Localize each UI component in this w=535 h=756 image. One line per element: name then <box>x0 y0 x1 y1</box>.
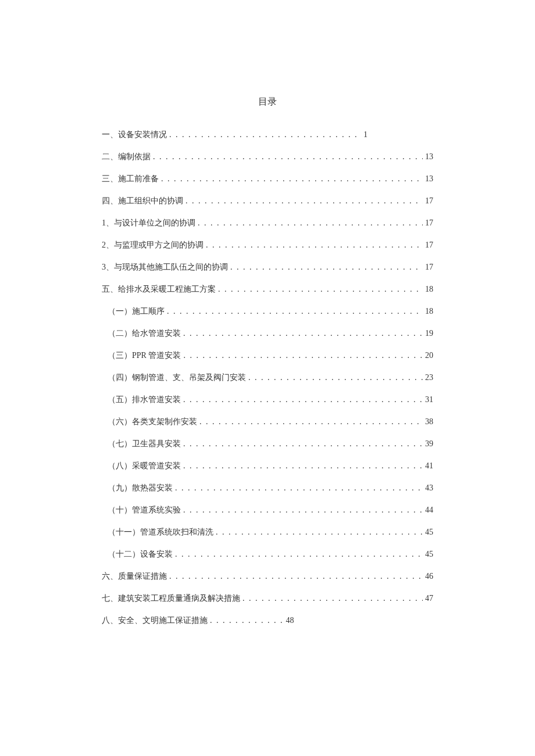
toc-entry: （七）卫生器具安装39 <box>102 433 433 454</box>
toc-entry-page: 41 <box>425 456 433 476</box>
toc-entry-page: 18 <box>425 301 433 321</box>
toc-entry: （十一）管道系统吹扫和清洗45 <box>102 522 433 542</box>
toc-entry-label: （八）采暖管道安装 <box>108 456 181 476</box>
toc-leader-dots <box>183 389 423 410</box>
toc-entry-page: 1 <box>363 124 368 145</box>
toc-leader-dots <box>169 566 423 586</box>
toc-entry-page: 48 <box>286 610 294 630</box>
toc-entry: 七、建筑安装工程质量通病及解决措施47 <box>102 588 433 608</box>
toc-leader-dots <box>161 169 423 189</box>
toc-entry-label: 六、质量保证措施 <box>102 566 167 586</box>
toc-entry-page: 47 <box>425 588 433 608</box>
toc-entry: （二）给水管道安装19 <box>102 323 433 343</box>
table-of-contents: 一、设备安装情况1二、编制依据13三、施工前准备13四、施工组织中的协调171、… <box>102 124 433 630</box>
toc-title: 目录 <box>102 96 433 108</box>
toc-entry: （三）PPR 管道安装 20 <box>102 345 433 366</box>
toc-entry-label: 一、设备安装情况 <box>102 124 167 145</box>
toc-leader-dots <box>183 345 423 366</box>
toc-entry-page: 17 <box>425 191 433 211</box>
toc-entry-page: 18 <box>425 279 433 299</box>
toc-entry-label: 三、施工前准备 <box>102 169 159 189</box>
toc-entry: （四）钢制管道、支、吊架及阀门安装23 <box>102 367 433 388</box>
toc-entry: 六、质量保证措施46 <box>102 566 433 586</box>
toc-entry-page: 31 <box>425 389 433 410</box>
toc-entry-label: （十一）管道系统吹扫和清洗 <box>108 522 213 542</box>
toc-leader-dots <box>183 323 423 343</box>
toc-leader-dots: . . . . . . . . . . . . <box>210 610 284 630</box>
toc-entry-page: 13 <box>425 169 433 189</box>
toc-entry: （一）施工顺序18 <box>102 301 433 321</box>
toc-leader-dots <box>167 301 423 321</box>
toc-entry: 1、与设计单位之间的协调17 <box>102 213 433 233</box>
toc-entry-label: （十）管道系统实验 <box>108 500 181 520</box>
toc-leader-dots <box>216 522 423 542</box>
toc-entry: 二、编制依据13 <box>102 146 433 167</box>
toc-entry-page: 38 <box>425 411 433 432</box>
toc-entry-label: 1、与设计单位之间的协调 <box>102 213 195 233</box>
toc-entry-page: 46 <box>425 566 433 586</box>
toc-leader-dots <box>199 411 423 432</box>
toc-leader-dots <box>169 124 361 145</box>
toc-entry-label: 2、与监理或甲方之间的协调 <box>102 235 204 255</box>
toc-entry: （十）管道系统实验44 <box>102 500 433 520</box>
toc-entry-label: 四、施工组织中的协调 <box>102 191 183 211</box>
toc-entry-label: 八、安全、文明施工保证措施 <box>102 610 208 630</box>
toc-leader-dots <box>183 500 423 520</box>
toc-leader-dots <box>206 235 423 255</box>
toc-entry: 五、给排水及采暖工程施工方案18 <box>102 279 433 299</box>
toc-entry-label: （十二）设备安装 <box>108 544 173 564</box>
toc-entry-page: 39 <box>425 433 433 454</box>
toc-leader-dots <box>186 191 423 211</box>
toc-leader-dots <box>218 279 423 299</box>
toc-leader-dots <box>248 367 423 388</box>
toc-leader-dots <box>175 544 423 564</box>
toc-entry-page: 17 <box>425 213 433 233</box>
toc-leader-dots <box>153 146 423 167</box>
toc-entry-label: 七、建筑安装工程质量通病及解决措施 <box>102 588 240 608</box>
toc-entry-page: 20 <box>425 345 433 366</box>
toc-entry-page: 45 <box>425 544 433 564</box>
toc-leader-dots <box>242 588 423 608</box>
toc-entry: 三、施工前准备13 <box>102 169 433 189</box>
toc-entry: （六）各类支架制作安装38 <box>102 411 433 432</box>
toc-entry-label: （四）钢制管道、支、吊架及阀门安装 <box>108 367 246 388</box>
toc-entry: 2、与监理或甲方之间的协调17 <box>102 235 433 255</box>
toc-entry-page: 45 <box>425 522 433 542</box>
toc-entry-page: 44 <box>425 500 433 520</box>
toc-leader-dots <box>230 257 423 277</box>
toc-entry-label: 二、编制依据 <box>102 146 151 167</box>
toc-leader-dots <box>198 213 423 233</box>
toc-entry-label: （五）排水管道安装 <box>108 389 181 410</box>
toc-entry: 八、安全、文明施工保证措施. . . . . . . . . . . .48 <box>102 610 433 630</box>
toc-entry: 3、与现场其他施工队伍之间的协调17 <box>102 257 433 277</box>
toc-entry-page: 19 <box>425 323 433 343</box>
toc-entry-page: 13 <box>425 146 433 167</box>
toc-entry: 一、设备安装情况1 <box>102 124 433 145</box>
toc-entry-label: 五、给排水及采暖工程施工方案 <box>102 279 216 299</box>
toc-leader-dots <box>183 433 423 454</box>
toc-entry-label: （九）散热器安装 <box>108 478 173 498</box>
toc-entry-label: （七）卫生器具安装 <box>108 433 181 454</box>
toc-entry-label: 3、与现场其他施工队伍之间的协调 <box>102 257 228 277</box>
toc-entry-page: 43 <box>425 478 433 498</box>
toc-entry-page: 17 <box>425 257 433 277</box>
toc-entry: （十二）设备安装45 <box>102 544 433 564</box>
toc-entry-label: （二）给水管道安装 <box>108 323 181 343</box>
toc-entry: 四、施工组织中的协调17 <box>102 191 433 211</box>
toc-entry: （八）采暖管道安装41 <box>102 456 433 476</box>
toc-entry-label: （三）PPR 管道安装 <box>108 345 181 366</box>
toc-entry: （五）排水管道安装31 <box>102 389 433 410</box>
toc-entry-page: 23 <box>425 367 433 388</box>
toc-leader-dots <box>183 456 423 476</box>
toc-entry: （九）散热器安装43 <box>102 478 433 498</box>
toc-entry-label: （一）施工顺序 <box>108 301 165 321</box>
toc-entry-label: （六）各类支架制作安装 <box>108 411 197 432</box>
toc-leader-dots <box>175 478 423 498</box>
toc-entry-page: 17 <box>425 235 433 255</box>
